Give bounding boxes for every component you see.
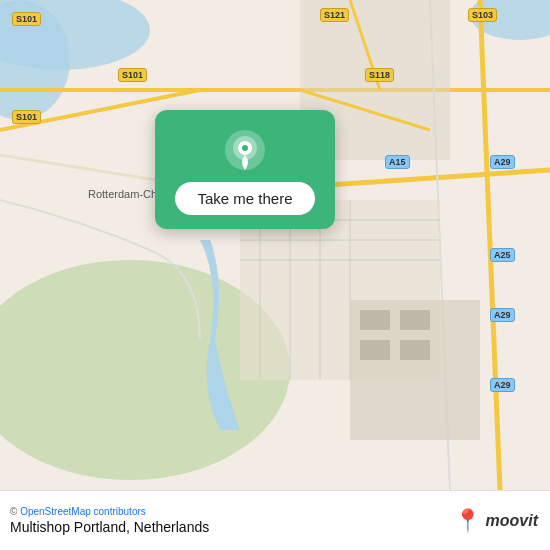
road-badge-a29-mid: A29	[490, 308, 515, 322]
bottom-left-info: © OpenStreetMap contributors Multishop P…	[10, 506, 209, 535]
road-badge-s121: S121	[320, 8, 349, 22]
road-badge-a29-top: A29	[490, 155, 515, 169]
osm-link[interactable]: OpenStreetMap contributors	[20, 506, 146, 517]
location-name: Multishop Portland, Netherlands	[10, 519, 209, 535]
moovit-pin-icon: 📍	[454, 508, 481, 534]
location-pin-icon	[223, 128, 267, 172]
map-svg	[0, 0, 550, 490]
road-badge-a29-bot: A29	[490, 378, 515, 392]
osm-attribution: © OpenStreetMap contributors	[10, 506, 209, 517]
popup-card: Take me there	[155, 110, 335, 229]
take-me-there-button[interactable]: Take me there	[175, 182, 314, 215]
road-badge-s101-ml: S101	[12, 110, 41, 124]
moovit-brand-name: moovit	[486, 512, 538, 530]
svg-rect-23	[360, 340, 390, 360]
road-badge-a15: A15	[385, 155, 410, 169]
road-badge-s101-tl: S101	[12, 12, 41, 26]
svg-rect-21	[360, 310, 390, 330]
map-container: Rotterdam-Ch S101 S101 S101 S103 S121 S1…	[0, 0, 550, 490]
svg-rect-24	[400, 340, 430, 360]
road-badge-s101-m2: S101	[118, 68, 147, 82]
road-badge-s118: S118	[365, 68, 394, 82]
road-badge-a25: A25	[490, 248, 515, 262]
moovit-logo: 📍 moovit	[454, 508, 538, 534]
svg-rect-22	[400, 310, 430, 330]
road-badge-s103: S103	[468, 8, 497, 22]
city-label: Rotterdam-Ch	[88, 188, 157, 200]
svg-point-30	[242, 145, 248, 151]
bottom-bar: © OpenStreetMap contributors Multishop P…	[0, 490, 550, 550]
